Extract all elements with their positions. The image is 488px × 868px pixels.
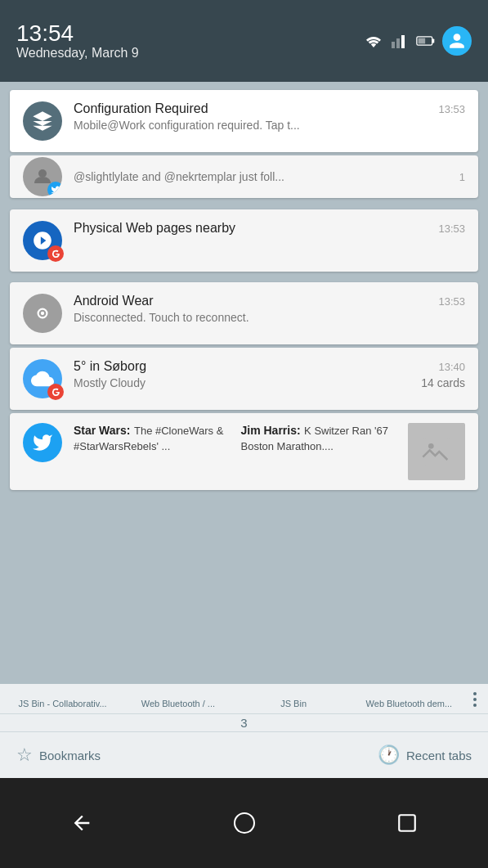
android-wear-time: 13:53 — [438, 295, 465, 308]
tab-item-jsbin1[interactable]: JS Bin - Collaborativ... — [7, 699, 119, 710]
android-wear-content: Android Wear 13:53 Disconnected. Touch t… — [74, 294, 465, 324]
twitter-badge — [47, 182, 62, 196]
dot3 — [473, 704, 477, 707]
config-title: Configuration Required — [74, 101, 208, 116]
weather-content: 5° in Søborg 13:40 Mostly Cloudy 14 card… — [74, 359, 465, 389]
physical-web-header: Physical Web pages nearby 13:53 — [74, 221, 465, 236]
twitter-col1: Star Wars: The #CloneWars & #StarWarsReb… — [74, 423, 233, 454]
notification-android-wear[interactable]: Android Wear 13:53 Disconnected. Touch t… — [10, 282, 478, 344]
twitter-starwars-icon — [23, 423, 62, 462]
svg-rect-1 — [396, 38, 400, 48]
tab-count: 3 — [240, 716, 247, 730]
weather-title: 5° in Søborg — [74, 359, 146, 374]
tab-item-jsbin2[interactable]: JS Bin — [238, 699, 350, 710]
dot2 — [473, 698, 477, 701]
android-wear-title: Android Wear — [74, 294, 154, 308]
star-icon: ☆ — [16, 744, 33, 766]
svg-rect-2 — [401, 35, 405, 48]
notifications-area: Configuration Required 13:53 Mobile@Work… — [0, 82, 488, 498]
recent-tabs-label: Recent tabs — [406, 749, 472, 762]
tab-item-bluetooth2[interactable]: Web Bluetooth dem... — [353, 699, 465, 710]
notification-config[interactable]: Configuration Required 13:53 Mobile@Work… — [10, 90, 478, 152]
twitter-col2-author: Jim Harris: — [241, 424, 301, 437]
weather-badge — [47, 384, 64, 400]
weather-icon — [23, 359, 62, 398]
spacer2 — [10, 275, 478, 279]
status-time-block: 13:54 Wednesday, March 9 — [16, 21, 139, 61]
physical-web-content: Physical Web pages nearby 13:53 — [74, 221, 465, 238]
svg-rect-0 — [392, 42, 395, 48]
weather-body: Mostly Cloudy — [74, 376, 146, 389]
physical-web-title: Physical Web pages nearby — [74, 221, 235, 236]
status-bar: 13:54 Wednesday, March 9 — [0, 0, 488, 82]
tab-item-bluetooth1[interactable]: Web Bluetooth / ... — [122, 699, 234, 710]
bookmarks-button[interactable]: ☆ Bookmarks — [16, 744, 101, 766]
config-time: 13:53 — [438, 103, 465, 115]
config-body: Mobile@Work configuration required. Tap … — [74, 119, 465, 132]
twitter-starwars-content: Star Wars: The #CloneWars & #StarWarsReb… — [74, 423, 465, 480]
svg-rect-4 — [432, 38, 435, 43]
svg-rect-12 — [399, 815, 415, 831]
status-icons — [364, 26, 472, 56]
tab-count-row: 3 — [0, 714, 488, 732]
svg-rect-5 — [419, 38, 426, 44]
clock-icon: 🕐 — [378, 744, 400, 766]
svg-point-8 — [41, 312, 44, 315]
status-time: 13:54 — [16, 21, 139, 47]
physical-web-time: 13:53 — [438, 223, 465, 235]
user-avatar[interactable] — [442, 26, 472, 56]
notification-weather[interactable]: 5° in Søborg 13:40 Mostly Cloudy 14 card… — [10, 348, 478, 410]
bookmarks-label: Bookmarks — [39, 749, 101, 762]
physical-web-badge — [47, 245, 64, 262]
bottom-actions: ☆ Bookmarks 🕐 Recent tabs — [0, 732, 488, 778]
recent-tabs-button[interactable]: 🕐 Recent tabs — [378, 744, 472, 766]
twitter-follow-avatar — [23, 157, 62, 196]
chrome-bottom: JS Bin - Collaborativ... Web Bluetooth /… — [0, 684, 488, 778]
android-nav-bar — [0, 778, 488, 868]
android-wear-icon — [23, 294, 62, 333]
home-button[interactable] — [228, 807, 261, 839]
dot1 — [473, 692, 477, 695]
svg-point-11 — [235, 813, 254, 833]
status-date: Wednesday, March 9 — [16, 46, 139, 61]
physical-web-icon — [23, 221, 62, 260]
config-content: Configuration Required 13:53 Mobile@Work… — [74, 101, 465, 132]
wifi-icon — [364, 34, 383, 48]
back-button[interactable] — [65, 807, 98, 839]
weather-cards: 14 cards — [421, 376, 465, 389]
android-wear-body: Disconnected. Touch to reconnect. — [74, 311, 465, 324]
weather-time: 13:40 — [438, 361, 465, 373]
spacer — [10, 201, 478, 206]
config-header: Configuration Required 13:53 — [74, 101, 465, 116]
twitter-follow-count: 1 — [459, 171, 465, 183]
twitter-col2: Jim Harris: K Switzer Ran '67 Boston Mar… — [241, 423, 401, 454]
svg-point-10 — [428, 443, 434, 449]
overflow-menu-button[interactable] — [468, 689, 481, 710]
signal-icon — [390, 34, 410, 48]
svg-point-6 — [38, 169, 47, 178]
notification-twitter-starwars[interactable]: Star Wars: The #CloneWars & #StarWarsReb… — [10, 413, 478, 490]
notification-physical-web[interactable]: Physical Web pages nearby 13:53 — [10, 209, 478, 272]
weather-header: 5° in Søborg 13:40 — [74, 359, 465, 374]
twitter-follow-body: @slightlylate and @nekrtemplar just foll… — [74, 170, 448, 183]
tab-strip[interactable]: JS Bin - Collaborativ... Web Bluetooth /… — [0, 684, 488, 714]
config-icon — [23, 101, 62, 141]
twitter-image — [408, 423, 465, 480]
notification-twitter-follow[interactable]: @slightlylate and @nekrtemplar just foll… — [10, 155, 478, 198]
recent-apps-button[interactable] — [391, 807, 423, 839]
battery-icon — [416, 34, 436, 48]
android-wear-header: Android Wear 13:53 — [74, 294, 465, 308]
twitter-col1-author: Star Wars: — [74, 424, 131, 437]
